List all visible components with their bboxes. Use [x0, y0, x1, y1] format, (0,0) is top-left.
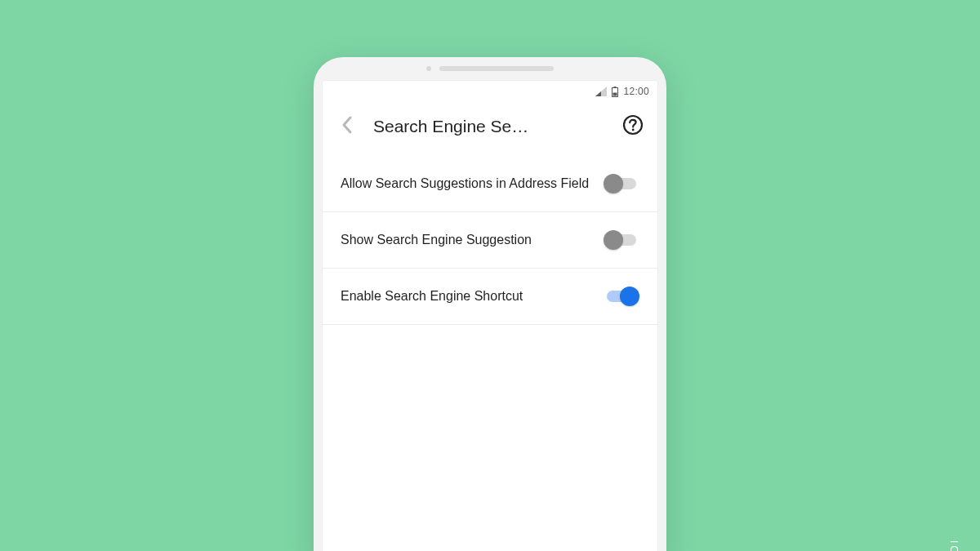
- settings-list: Allow Search Suggestions in Address Fiel…: [323, 151, 657, 551]
- phone-speaker: [314, 57, 666, 80]
- back-button[interactable]: [332, 112, 362, 141]
- status-bar: 12:00: [323, 81, 657, 102]
- setting-label: Enable Search Engine Shortcut: [341, 287, 590, 305]
- help-icon: [622, 114, 644, 139]
- setting-enable-search-engine-shortcut[interactable]: Enable Search Engine Shortcut: [323, 269, 657, 325]
- app-bar: Search Engine Se…: [323, 102, 657, 151]
- phone-frame: 12:00 Search Engine Se…: [314, 57, 666, 551]
- svg-point-4: [632, 129, 635, 131]
- toggle-enable-search-engine-shortcut[interactable]: [604, 285, 639, 308]
- chevron-left-icon: [341, 115, 354, 138]
- watermark-text: VIVALDI: [949, 538, 960, 551]
- phone-screen: 12:00 Search Engine Se…: [322, 80, 658, 551]
- vivaldi-watermark: VIVALDI: [949, 538, 960, 551]
- status-time: 12:00: [623, 86, 649, 97]
- toggle-show-search-engine-suggestion[interactable]: [604, 229, 639, 251]
- help-button[interactable]: [618, 112, 648, 141]
- setting-label: Allow Search Suggestions in Address Fiel…: [341, 175, 590, 193]
- svg-rect-2: [613, 92, 617, 96]
- page-title: Search Engine Se…: [368, 117, 612, 136]
- battery-icon: [612, 87, 618, 97]
- setting-show-search-engine-suggestion[interactable]: Show Search Engine Suggestion: [323, 212, 657, 269]
- setting-allow-search-suggestions[interactable]: Allow Search Suggestions in Address Fiel…: [323, 156, 657, 212]
- cellular-signal-icon: [595, 87, 607, 96]
- setting-label: Show Search Engine Suggestion: [341, 231, 590, 249]
- toggle-allow-search-suggestions[interactable]: [604, 172, 639, 195]
